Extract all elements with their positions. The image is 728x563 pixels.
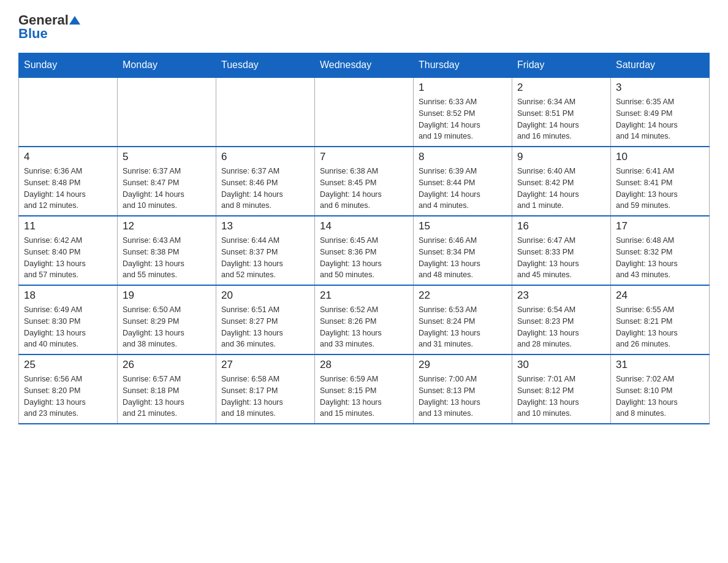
calendar-cell: 3Sunrise: 6:35 AMSunset: 8:49 PMDaylight…	[611, 77, 710, 147]
calendar-cell	[118, 77, 216, 147]
day-number: 27	[221, 359, 309, 371]
day-number: 18	[24, 289, 112, 302]
day-info: Sunrise: 7:01 AMSunset: 8:12 PMDaylight:…	[517, 373, 605, 419]
calendar-cell: 11Sunrise: 6:42 AMSunset: 8:40 PMDayligh…	[19, 216, 118, 285]
day-number: 12	[123, 220, 211, 232]
day-number: 1	[419, 82, 507, 94]
calendar-cell: 20Sunrise: 6:51 AMSunset: 8:27 PMDayligh…	[216, 285, 315, 354]
calendar-cell: 18Sunrise: 6:49 AMSunset: 8:30 PMDayligh…	[19, 285, 118, 354]
day-number: 28	[320, 359, 408, 371]
calendar-week-row: 18Sunrise: 6:49 AMSunset: 8:30 PMDayligh…	[19, 285, 710, 354]
day-info: Sunrise: 6:55 AMSunset: 8:21 PMDaylight:…	[616, 304, 704, 350]
calendar-cell: 1Sunrise: 6:33 AMSunset: 8:52 PMDaylight…	[414, 77, 512, 147]
day-info: Sunrise: 6:50 AMSunset: 8:29 PMDaylight:…	[123, 304, 211, 350]
day-number: 11	[24, 220, 112, 232]
calendar-cell: 27Sunrise: 6:58 AMSunset: 8:17 PMDayligh…	[216, 354, 315, 424]
day-number: 29	[419, 359, 507, 371]
calendar-cell: 13Sunrise: 6:44 AMSunset: 8:37 PMDayligh…	[216, 216, 315, 285]
calendar-cell	[19, 77, 118, 147]
calendar-cell: 19Sunrise: 6:50 AMSunset: 8:29 PMDayligh…	[118, 285, 216, 354]
day-info: Sunrise: 7:02 AMSunset: 8:10 PMDaylight:…	[616, 373, 704, 419]
calendar-cell	[315, 77, 414, 147]
day-number: 4	[24, 151, 112, 163]
day-number: 26	[123, 359, 211, 371]
calendar-cell: 14Sunrise: 6:45 AMSunset: 8:36 PMDayligh…	[315, 216, 414, 285]
page-header: General Blue	[18, 12, 710, 42]
day-number: 17	[616, 220, 704, 232]
calendar-cell: 15Sunrise: 6:46 AMSunset: 8:34 PMDayligh…	[414, 216, 512, 285]
day-number: 10	[616, 151, 704, 163]
day-number: 21	[320, 289, 408, 302]
calendar-cell: 7Sunrise: 6:38 AMSunset: 8:45 PMDaylight…	[315, 147, 414, 216]
day-number: 14	[320, 220, 408, 232]
day-info: Sunrise: 6:41 AMSunset: 8:41 PMDaylight:…	[616, 166, 704, 212]
column-header-monday: Monday	[118, 53, 216, 78]
day-number: 23	[517, 289, 605, 302]
logo: General Blue	[18, 12, 81, 42]
day-info: Sunrise: 7:00 AMSunset: 8:13 PMDaylight:…	[419, 373, 507, 419]
svg-marker-0	[69, 16, 80, 25]
day-number: 16	[517, 220, 605, 232]
day-number: 2	[517, 82, 605, 94]
day-info: Sunrise: 6:58 AMSunset: 8:17 PMDaylight:…	[221, 373, 309, 419]
day-info: Sunrise: 6:52 AMSunset: 8:26 PMDaylight:…	[320, 304, 408, 350]
logo-triangle-icon	[69, 15, 80, 26]
day-info: Sunrise: 6:49 AMSunset: 8:30 PMDaylight:…	[24, 304, 112, 350]
day-info: Sunrise: 6:53 AMSunset: 8:24 PMDaylight:…	[419, 304, 507, 350]
day-number: 7	[320, 151, 408, 163]
calendar-cell: 30Sunrise: 7:01 AMSunset: 8:12 PMDayligh…	[512, 354, 611, 424]
logo-blue-text: Blue	[18, 26, 48, 42]
column-header-friday: Friday	[512, 53, 611, 78]
day-info: Sunrise: 6:34 AMSunset: 8:51 PMDaylight:…	[517, 96, 605, 142]
day-info: Sunrise: 6:59 AMSunset: 8:15 PMDaylight:…	[320, 373, 408, 419]
calendar-week-row: 4Sunrise: 6:36 AMSunset: 8:48 PMDaylight…	[19, 147, 710, 216]
day-info: Sunrise: 6:42 AMSunset: 8:40 PMDaylight:…	[24, 235, 112, 281]
calendar-cell: 25Sunrise: 6:56 AMSunset: 8:20 PMDayligh…	[19, 354, 118, 424]
day-number: 6	[221, 151, 309, 163]
calendar-cell: 4Sunrise: 6:36 AMSunset: 8:48 PMDaylight…	[19, 147, 118, 216]
calendar-cell: 12Sunrise: 6:43 AMSunset: 8:38 PMDayligh…	[118, 216, 216, 285]
day-number: 8	[419, 151, 507, 163]
day-number: 3	[616, 82, 704, 94]
day-info: Sunrise: 6:38 AMSunset: 8:45 PMDaylight:…	[320, 166, 408, 212]
calendar-cell: 22Sunrise: 6:53 AMSunset: 8:24 PMDayligh…	[414, 285, 512, 354]
day-info: Sunrise: 6:33 AMSunset: 8:52 PMDaylight:…	[419, 96, 507, 142]
calendar-cell: 26Sunrise: 6:57 AMSunset: 8:18 PMDayligh…	[118, 354, 216, 424]
day-number: 13	[221, 220, 309, 232]
calendar-cell: 21Sunrise: 6:52 AMSunset: 8:26 PMDayligh…	[315, 285, 414, 354]
calendar-cell: 29Sunrise: 7:00 AMSunset: 8:13 PMDayligh…	[414, 354, 512, 424]
calendar-cell: 10Sunrise: 6:41 AMSunset: 8:41 PMDayligh…	[611, 147, 710, 216]
day-number: 19	[123, 289, 211, 302]
day-info: Sunrise: 6:54 AMSunset: 8:23 PMDaylight:…	[517, 304, 605, 350]
calendar-cell: 17Sunrise: 6:48 AMSunset: 8:32 PMDayligh…	[611, 216, 710, 285]
day-info: Sunrise: 6:45 AMSunset: 8:36 PMDaylight:…	[320, 235, 408, 281]
day-info: Sunrise: 6:40 AMSunset: 8:42 PMDaylight:…	[517, 166, 605, 212]
day-number: 22	[419, 289, 507, 302]
calendar-cell	[216, 77, 315, 147]
day-info: Sunrise: 6:47 AMSunset: 8:33 PMDaylight:…	[517, 235, 605, 281]
column-header-wednesday: Wednesday	[315, 53, 414, 78]
calendar-week-row: 1Sunrise: 6:33 AMSunset: 8:52 PMDaylight…	[19, 77, 710, 147]
day-info: Sunrise: 6:51 AMSunset: 8:27 PMDaylight:…	[221, 304, 309, 350]
calendar-cell: 9Sunrise: 6:40 AMSunset: 8:42 PMDaylight…	[512, 147, 611, 216]
day-number: 20	[221, 289, 309, 302]
day-info: Sunrise: 6:43 AMSunset: 8:38 PMDaylight:…	[123, 235, 211, 281]
day-number: 9	[517, 151, 605, 163]
column-header-saturday: Saturday	[611, 53, 710, 78]
day-info: Sunrise: 6:44 AMSunset: 8:37 PMDaylight:…	[221, 235, 309, 281]
day-number: 31	[616, 359, 704, 371]
day-info: Sunrise: 6:46 AMSunset: 8:34 PMDaylight:…	[419, 235, 507, 281]
day-info: Sunrise: 6:37 AMSunset: 8:46 PMDaylight:…	[221, 166, 309, 212]
calendar-cell: 28Sunrise: 6:59 AMSunset: 8:15 PMDayligh…	[315, 354, 414, 424]
calendar-cell: 24Sunrise: 6:55 AMSunset: 8:21 PMDayligh…	[611, 285, 710, 354]
calendar-cell: 2Sunrise: 6:34 AMSunset: 8:51 PMDaylight…	[512, 77, 611, 147]
column-header-sunday: Sunday	[19, 53, 118, 78]
calendar-cell: 6Sunrise: 6:37 AMSunset: 8:46 PMDaylight…	[216, 147, 315, 216]
calendar-cell: 5Sunrise: 6:37 AMSunset: 8:47 PMDaylight…	[118, 147, 216, 216]
day-info: Sunrise: 6:36 AMSunset: 8:48 PMDaylight:…	[24, 166, 112, 212]
day-info: Sunrise: 6:56 AMSunset: 8:20 PMDaylight:…	[24, 373, 112, 419]
calendar-week-row: 11Sunrise: 6:42 AMSunset: 8:40 PMDayligh…	[19, 216, 710, 285]
day-number: 25	[24, 359, 112, 371]
day-number: 24	[616, 289, 704, 302]
column-header-tuesday: Tuesday	[216, 53, 315, 78]
